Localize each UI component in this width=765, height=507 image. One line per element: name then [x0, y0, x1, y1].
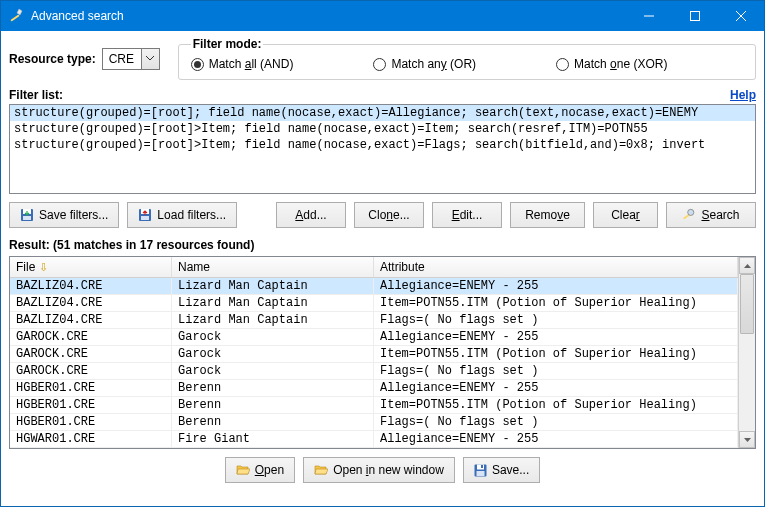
- filter-line[interactable]: structure(grouped)=[root]>Item; field na…: [10, 121, 755, 137]
- filter-list[interactable]: structure(grouped)=[root]; field name(no…: [9, 104, 756, 194]
- cell-attr: Item=POTN55.ITM (Potion of Superior Heal…: [374, 397, 738, 413]
- window-title: Advanced search: [31, 9, 626, 23]
- cell-attr: Item=POTN55.ITM (Potion of Superior Heal…: [374, 346, 738, 362]
- cell-name: Lizard Man Captain: [172, 312, 374, 328]
- floppy-icon: [474, 464, 487, 477]
- resource-type-select[interactable]: CRE: [102, 48, 160, 70]
- cell-file: GAROCK.CRE: [10, 363, 172, 379]
- svg-rect-15: [481, 465, 483, 468]
- svg-rect-10: [141, 216, 149, 220]
- svg-rect-7: [23, 216, 31, 220]
- folder-open-icon: [314, 464, 328, 476]
- column-file[interactable]: File⇩: [10, 257, 172, 277]
- clear-button[interactable]: Clear: [593, 202, 658, 228]
- svg-rect-16: [476, 471, 484, 476]
- cell-attr: Allegiance=ENEMY - 255: [374, 329, 738, 345]
- table-row[interactable]: BAZLIZ04.CRELizard Man CaptainItem=POTN5…: [10, 295, 738, 312]
- filter-mode-group: Filter mode: Match all (AND)Match any (O…: [178, 37, 756, 80]
- cell-file: HGWAR01.CRE: [10, 431, 172, 447]
- minimize-button[interactable]: [626, 1, 672, 31]
- cell-attr: Allegiance=ENEMY - 255: [374, 380, 738, 396]
- filter-line[interactable]: structure(grouped)=[root]>Item; field na…: [10, 137, 755, 153]
- search-button[interactable]: Search: [666, 202, 756, 228]
- scroll-down-icon[interactable]: [739, 431, 755, 448]
- save-filters-button[interactable]: Save filters...: [9, 202, 119, 228]
- cell-name: Berenn: [172, 397, 374, 413]
- table-row[interactable]: GAROCK.CREGarockItem=POTN55.ITM (Potion …: [10, 346, 738, 363]
- resource-type-value: CRE: [102, 48, 142, 70]
- clone-button[interactable]: Clone...: [354, 202, 424, 228]
- app-icon: [9, 8, 25, 24]
- cell-name: Berenn: [172, 380, 374, 396]
- filter-mode-option-2[interactable]: Match one (XOR): [556, 57, 667, 71]
- cell-attr: Flags=( No flags set ): [374, 363, 738, 379]
- result-label: Result: (51 matches in 17 resources foun…: [9, 238, 756, 252]
- table-row[interactable]: HGBER01.CREBerennFlags=( No flags set ): [10, 414, 738, 431]
- save-button[interactable]: Save...: [463, 457, 540, 483]
- result-table: File⇩ Name Attribute BAZLIZ04.CRELizard …: [9, 256, 756, 449]
- edit-button[interactable]: Edit...: [432, 202, 502, 228]
- remove-button[interactable]: Remove: [510, 202, 585, 228]
- radio-icon: [191, 58, 204, 71]
- table-row[interactable]: GAROCK.CREGarockFlags=( No flags set ): [10, 363, 738, 380]
- column-attribute[interactable]: Attribute: [374, 257, 738, 277]
- add-button[interactable]: Add...: [276, 202, 346, 228]
- svg-rect-2: [691, 12, 700, 21]
- column-name[interactable]: Name: [172, 257, 374, 277]
- svg-rect-0: [10, 14, 19, 21]
- cell-name: Berenn: [172, 414, 374, 430]
- radio-icon: [373, 58, 386, 71]
- filter-mode-option-0[interactable]: Match all (AND): [191, 57, 294, 71]
- scroll-thumb[interactable]: [740, 274, 754, 334]
- table-row[interactable]: HGBER01.CREBerennItem=POTN55.ITM (Potion…: [10, 397, 738, 414]
- table-row[interactable]: BAZLIZ04.CRELizard Man CaptainAllegiance…: [10, 278, 738, 295]
- cell-attr: Allegiance=ENEMY - 255: [374, 431, 738, 447]
- cell-name: Garock: [172, 329, 374, 345]
- cell-attr: Allegiance=ENEMY - 255: [374, 278, 738, 294]
- cell-file: GAROCK.CRE: [10, 329, 172, 345]
- cell-file: GAROCK.CRE: [10, 346, 172, 362]
- save-icon: [20, 208, 34, 222]
- resource-type-label: Resource type:: [9, 52, 96, 66]
- cell-file: BAZLIZ04.CRE: [10, 312, 172, 328]
- titlebar: Advanced search: [1, 1, 764, 31]
- sort-asc-icon: ⇩: [39, 261, 48, 274]
- cell-name: Lizard Man Captain: [172, 295, 374, 311]
- filter-list-label: Filter list:: [9, 88, 63, 102]
- help-link[interactable]: Help: [730, 88, 756, 102]
- filter-line[interactable]: structure(grouped)=[root]; field name(no…: [10, 105, 755, 121]
- cell-file: BAZLIZ04.CRE: [10, 295, 172, 311]
- cell-name: Garock: [172, 346, 374, 362]
- cell-attr: Flags=( No flags set ): [374, 312, 738, 328]
- open-button[interactable]: Open: [225, 457, 295, 483]
- maximize-button[interactable]: [672, 1, 718, 31]
- cell-attr: Flags=( No flags set ): [374, 414, 738, 430]
- cell-file: BAZLIZ04.CRE: [10, 278, 172, 294]
- close-button[interactable]: [718, 1, 764, 31]
- radio-icon: [556, 58, 569, 71]
- load-icon: [138, 208, 152, 222]
- folder-open-icon: [236, 464, 250, 476]
- cell-name: Lizard Man Captain: [172, 278, 374, 294]
- search-icon: [682, 208, 696, 222]
- cell-file: HGBER01.CRE: [10, 380, 172, 396]
- filter-mode-legend: Filter mode:: [191, 37, 264, 51]
- chevron-down-icon[interactable]: [142, 48, 160, 70]
- svg-point-12: [688, 209, 694, 215]
- cell-file: HGBER01.CRE: [10, 414, 172, 430]
- vertical-scrollbar[interactable]: [738, 257, 755, 448]
- cell-file: HGBER01.CRE: [10, 397, 172, 413]
- cell-name: Fire Giant: [172, 431, 374, 447]
- table-row[interactable]: GAROCK.CREGarockAllegiance=ENEMY - 255: [10, 329, 738, 346]
- load-filters-button[interactable]: Load filters...: [127, 202, 237, 228]
- table-row[interactable]: HGBER01.CREBerennAllegiance=ENEMY - 255: [10, 380, 738, 397]
- cell-attr: Item=POTN55.ITM (Potion of Superior Heal…: [374, 295, 738, 311]
- open-new-window-button[interactable]: Open in new window: [303, 457, 455, 483]
- cell-name: Garock: [172, 363, 374, 379]
- scroll-up-icon[interactable]: [739, 257, 755, 274]
- filter-mode-option-1[interactable]: Match any (OR): [373, 57, 476, 71]
- table-row[interactable]: HGWAR01.CREFire GiantAllegiance=ENEMY - …: [10, 431, 738, 448]
- table-row[interactable]: BAZLIZ04.CRELizard Man CaptainFlags=( No…: [10, 312, 738, 329]
